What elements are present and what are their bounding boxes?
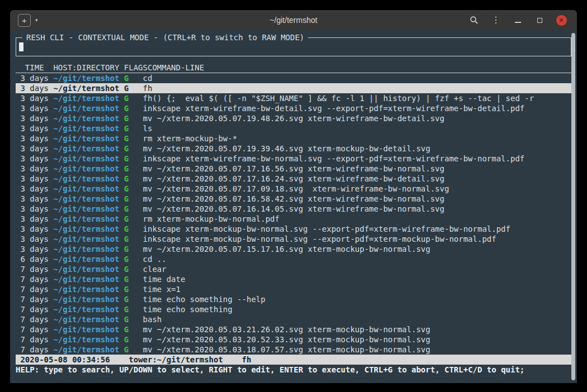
history-list: 3 days ~/git/termshot G cd 3 days ~/git/… xyxy=(16,73,571,355)
history-row[interactable]: 7 days ~/git/termshot G mv ~/xterm.2020.… xyxy=(16,334,571,345)
row-directory: ~/git/termshot xyxy=(53,103,119,113)
new-tab-plus-icon: + xyxy=(22,16,27,25)
history-row[interactable]: 3 days ~/git/termshot G inkscape xterm-w… xyxy=(16,154,571,164)
search-icon xyxy=(470,16,479,25)
row-command: fh() {; eval $( ([ -n "$ZSH_NAME" ] && f… xyxy=(143,93,571,103)
history-row[interactable]: 7 days ~/git/termshot G time echo someth… xyxy=(16,294,571,304)
row-command: cd xyxy=(143,73,571,83)
menu-button[interactable]: ⋮ xyxy=(489,13,503,27)
history-row[interactable]: 3 days ~/git/termshot G mv ~/xterm.2020.… xyxy=(16,204,571,214)
minimize-icon xyxy=(515,22,521,23)
row-time: 3 days xyxy=(20,224,49,234)
history-row[interactable]: 7 days ~/git/termshot G time echo someth… xyxy=(16,304,571,314)
row-time: 7 days xyxy=(20,314,49,324)
history-row[interactable]: 3 days ~/git/termshot G mv ~/xterm.2020.… xyxy=(16,144,571,154)
row-command: mv ~/xterm.2020.05.03.21.26.02.svg xterm… xyxy=(143,324,571,334)
history-row[interactable]: 3 days ~/git/termshot G cd xyxy=(16,73,571,83)
row-flags: G xyxy=(124,294,129,304)
kebab-menu-icon: ⋮ xyxy=(491,16,500,25)
row-flags: G xyxy=(124,83,129,93)
row-flags: G xyxy=(124,254,129,264)
row-flags: G xyxy=(124,244,129,254)
header-host-directory: HOST:DIRECTORY xyxy=(53,63,119,73)
history-row[interactable]: 3 days ~/git/termshot G inkscape xterm-w… xyxy=(16,103,571,113)
row-directory: ~/git/termshot xyxy=(53,184,119,194)
row-flags: G xyxy=(124,194,129,204)
history-row[interactable]: 3 days ~/git/termshot G mv ~/xterm.2020.… xyxy=(16,164,571,174)
row-time: 7 days xyxy=(20,345,49,355)
history-row[interactable]: 6 days ~/git/termshot G cd .. xyxy=(16,254,571,264)
search-button[interactable] xyxy=(467,13,481,27)
row-directory: ~/git/termshot xyxy=(53,144,119,154)
row-flags: G xyxy=(124,314,129,324)
row-command: time echo something xyxy=(143,304,571,314)
row-flags: G xyxy=(124,164,129,174)
history-row[interactable]: 7 days ~/git/termshot G time date xyxy=(16,274,571,284)
minimize-button[interactable] xyxy=(511,13,524,27)
close-icon: ✕ xyxy=(558,17,564,23)
row-directory: ~/git/termshot xyxy=(53,244,119,254)
row-directory: ~/git/termshot xyxy=(53,164,119,174)
history-row[interactable]: 7 days ~/git/termshot G mv ~/xterm.2020.… xyxy=(16,324,571,334)
row-flags: G xyxy=(124,224,129,234)
restore-icon xyxy=(537,18,542,23)
row-command: mv ~/xterm.2020.05.07.15.17.16.svg xterm… xyxy=(143,244,571,254)
row-command: time echo something --help xyxy=(143,294,571,304)
row-command: mv ~/xterm.2020.05.07.17.16.24.svg xterm… xyxy=(143,174,571,184)
row-directory: ~/git/termshot xyxy=(53,324,119,334)
row-directory: ~/git/termshot xyxy=(53,214,119,224)
history-row[interactable]: 3 days ~/git/termshot G inkscape xterm-m… xyxy=(16,234,571,244)
row-flags: G xyxy=(124,113,129,123)
terminal-window: + ▾ ~/git/termshot ⋮ ✕ xyxy=(10,10,577,383)
row-flags: G xyxy=(124,345,129,355)
row-flags: G xyxy=(124,184,129,194)
row-directory: ~/git/termshot xyxy=(53,93,119,103)
history-row[interactable]: 3 days ~/git/termshot G fh xyxy=(16,83,571,93)
row-flags: G xyxy=(124,214,129,224)
terminal-content[interactable]: RESH CLI - CONTEXTUAL MODE - (CTRL+R to … xyxy=(10,30,577,383)
row-directory: ~/git/termshot xyxy=(53,113,119,123)
history-row[interactable]: 3 days ~/git/termshot G mv ~/xterm.2020.… xyxy=(16,174,571,184)
history-row[interactable]: 3 days ~/git/termshot G rm xterm-mockup-… xyxy=(16,214,571,224)
history-row[interactable]: 3 days ~/git/termshot G mv ~/xterm.2020.… xyxy=(16,184,571,194)
row-time: 3 days xyxy=(20,133,49,144)
history-row[interactable]: 3 days ~/git/termshot G mv ~/xterm.2020.… xyxy=(16,113,571,123)
row-directory: ~/git/termshot xyxy=(53,345,119,355)
row-directory: ~/git/termshot xyxy=(53,123,119,133)
history-row[interactable]: 3 days ~/git/termshot G rm xterm-mockup-… xyxy=(16,133,571,144)
row-command: inkscape xterm-mockup-bw-normal.svg --ex… xyxy=(143,234,571,244)
row-command: rm xterm-mockup-bw-normal.pdf xyxy=(143,214,571,224)
row-time: 7 days xyxy=(20,304,49,314)
row-flags: G xyxy=(124,144,129,154)
history-row[interactable]: 3 days ~/git/termshot G ls xyxy=(16,123,571,133)
row-directory: ~/git/termshot xyxy=(53,264,119,274)
titlebar[interactable]: + ▾ ~/git/termshot ⋮ ✕ xyxy=(10,10,577,30)
row-time: 3 days xyxy=(20,214,49,224)
history-row[interactable]: 3 days ~/git/termshot G inkscape xterm-m… xyxy=(16,224,571,234)
history-row[interactable]: 3 days ~/git/termshot G mv ~/xterm.2020.… xyxy=(16,244,571,254)
row-command: inkscape xterm-wireframe-bw-detail.svg -… xyxy=(143,103,571,113)
history-row[interactable]: 7 days ~/git/termshot G bash xyxy=(16,314,571,324)
row-directory: ~/git/termshot xyxy=(53,284,119,294)
row-time: 3 days xyxy=(20,234,49,244)
row-directory: ~/git/termshot xyxy=(53,194,119,204)
history-row[interactable]: 7 days ~/git/termshot G clear xyxy=(16,264,571,274)
row-flags: G xyxy=(124,274,129,284)
history-row[interactable]: 7 days ~/git/termshot G time x=1 xyxy=(16,284,571,294)
row-flags: G xyxy=(124,174,129,184)
row-flags: G xyxy=(124,73,129,83)
row-flags: G xyxy=(124,154,129,164)
resh-mode-title: RESH CLI - CONTEXTUAL MODE - (CTRL+R to … xyxy=(22,32,308,42)
new-tab-button[interactable]: + xyxy=(18,14,31,27)
history-row[interactable]: 7 days ~/git/termshot G mv ~/xterm.2020.… xyxy=(16,345,571,355)
resh-search-input[interactable]: RESH CLI - CONTEXTUAL MODE - (CTRL+R to … xyxy=(16,37,571,56)
tab-dropdown-caret-icon[interactable]: ▾ xyxy=(34,16,40,24)
row-command: mv ~/xterm.2020.05.03.18.07.57.svg xterm… xyxy=(143,345,571,355)
close-button[interactable]: ✕ xyxy=(555,13,568,27)
history-row[interactable]: 3 days ~/git/termshot G mv ~/xterm.2020.… xyxy=(16,194,571,204)
scrollbar[interactable] xyxy=(571,33,575,380)
row-flags: G xyxy=(124,264,129,274)
restore-button[interactable] xyxy=(533,13,546,27)
status-bar: 2020-05-08 00:34:56 tower:~/git/termshot… xyxy=(16,355,571,365)
history-row[interactable]: 3 days ~/git/termshot G fh() {; eval $( … xyxy=(16,93,571,103)
